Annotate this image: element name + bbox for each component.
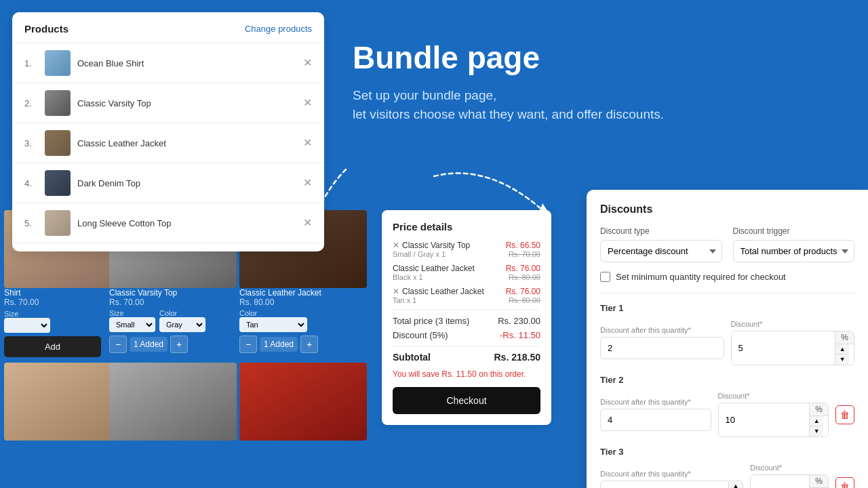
product-num-4: 4. bbox=[24, 178, 38, 188]
tier-1-disc-input[interactable] bbox=[732, 331, 835, 365]
price-item-3-original: Rs. 80.00 bbox=[506, 296, 540, 304]
tier-3-delete-btn[interactable]: 🗑 bbox=[835, 477, 854, 489]
price-discount-val: -Rs. 11.50 bbox=[500, 330, 540, 340]
checkout-button[interactable]: Checkout bbox=[393, 387, 540, 414]
tier-2-label: Tier 2 bbox=[600, 375, 854, 385]
discount-trigger-label: Discount trigger bbox=[733, 226, 855, 236]
product-item-3: 3. Classic Leather Jacket ✕ bbox=[12, 123, 324, 163]
tier-3-label: Tier 3 bbox=[600, 447, 854, 457]
jacket-qty-decrease[interactable]: − bbox=[239, 336, 257, 353]
shirt-add-button[interactable]: Add bbox=[4, 336, 101, 357]
min-qty-checkbox[interactable] bbox=[600, 272, 610, 282]
remove-item-1-btn[interactable]: ✕ bbox=[393, 241, 399, 250]
bottom-product-grid: Shirt Rs. 70.00 Size XSSML Add Classic V… bbox=[0, 210, 380, 488]
shirt-size-select[interactable]: XSSML bbox=[4, 318, 50, 333]
varsity-size-label: Size bbox=[109, 309, 155, 317]
tier-1-disc-up[interactable]: ▲ bbox=[835, 344, 849, 354]
price-item-3-current: Rs. 76.00 bbox=[506, 287, 540, 296]
tier-2-disc-label: Discount* bbox=[718, 392, 829, 400]
product-num-3: 3. bbox=[24, 138, 38, 148]
discount-type-select[interactable]: Percentage discount Fixed amount No disc… bbox=[600, 240, 722, 262]
tier-2-qty-label: Discount after this quantity* bbox=[600, 398, 711, 406]
tier-3-qty-label: Discount after this quantity* bbox=[600, 470, 743, 478]
varsity-size-select[interactable]: SmallML bbox=[109, 317, 155, 332]
price-save-message: You will save Rs. 11.50 on this order. bbox=[393, 369, 540, 379]
product-thumb-img-5 bbox=[45, 210, 71, 236]
tier-1-qty-input[interactable] bbox=[600, 337, 724, 359]
price-item-1-sub: Small / Gray x 1 bbox=[393, 250, 506, 258]
price-item-1-original: Rs. 70.00 bbox=[506, 250, 540, 258]
discount-trigger-col: Discount trigger Total number of product… bbox=[733, 226, 855, 262]
tier-2-row: Discount after this quantity* Discount* … bbox=[600, 392, 854, 437]
varsity-color-label: Color bbox=[159, 309, 205, 317]
tier-2-delete-btn[interactable]: 🗑 bbox=[835, 405, 854, 424]
jacket-name: Classic Leather Jacket bbox=[239, 288, 361, 298]
product-item-2: 2. Classic Varsity Top ✕ bbox=[12, 83, 324, 123]
product-item-1: 1. Ocean Blue Shirt ✕ bbox=[12, 43, 324, 83]
product-remove-4[interactable]: ✕ bbox=[303, 178, 312, 188]
varsity-qty-increase[interactable]: + bbox=[170, 336, 188, 353]
price-item-3-sub: Tan x 1 bbox=[393, 296, 506, 304]
price-item-2-original: Rs. 80.00 bbox=[506, 273, 540, 281]
tier-2-disc-up[interactable]: ▲ bbox=[810, 416, 823, 426]
product-num-5: 5. bbox=[24, 218, 38, 228]
min-qty-label: Set minimum quantity required for checko… bbox=[616, 272, 786, 282]
product-name-4: Dark Denim Top bbox=[77, 178, 296, 188]
product-remove-2[interactable]: ✕ bbox=[303, 98, 312, 108]
tier-1-pct-label: % bbox=[835, 331, 854, 344]
price-divider-2 bbox=[393, 346, 540, 346]
product-remove-5[interactable]: ✕ bbox=[303, 218, 312, 228]
tier-1-disc-label: Discount* bbox=[731, 320, 855, 328]
price-total-val: Rs. 230.00 bbox=[498, 316, 540, 326]
shirt-price: Rs. 70.00 bbox=[4, 298, 101, 307]
tier-2-qty-input[interactable] bbox=[600, 409, 711, 431]
varsity-name: Classic Varsity Top bbox=[109, 288, 231, 298]
product-remove-3[interactable]: ✕ bbox=[303, 138, 312, 148]
product-thumb-5 bbox=[45, 210, 71, 236]
varsity-qty-decrease[interactable]: − bbox=[109, 336, 127, 353]
product-remove-1[interactable]: ✕ bbox=[303, 58, 312, 68]
jacket-qty-increase[interactable]: + bbox=[300, 336, 318, 353]
tier-3-pct-label: % bbox=[810, 475, 828, 488]
tier-1-disc-down[interactable]: ▼ bbox=[835, 354, 849, 365]
tier-1-qty-label: Discount after this quantity* bbox=[600, 326, 724, 334]
product-name-5: Long Sleeve Cotton Top bbox=[77, 218, 296, 228]
tier-2-pct-label: % bbox=[810, 403, 828, 416]
price-item-1-current: Rs. 66.50 bbox=[506, 241, 540, 250]
product-num-2: 2. bbox=[24, 98, 38, 108]
remove-item-3-btn[interactable]: ✕ bbox=[393, 287, 399, 296]
discount-type-col: Discount type Percentage discount Fixed … bbox=[600, 226, 722, 262]
price-item-2-sub: Black x 1 bbox=[393, 273, 506, 281]
product-thumb-2 bbox=[45, 90, 71, 116]
jacket-price: Rs. 80.00 bbox=[239, 298, 361, 307]
tier-3-disc-input[interactable] bbox=[751, 475, 809, 488]
tier-3-disc-label: Discount* bbox=[750, 464, 829, 472]
shirt-size-label: Size bbox=[4, 310, 18, 318]
tier-2-disc-group: % ▲ ▼ bbox=[718, 403, 829, 437]
grid-row2-img2 bbox=[109, 363, 237, 441]
products-header: Products Change products bbox=[12, 23, 324, 43]
tier-3-qty-up[interactable]: ▲ bbox=[729, 482, 743, 489]
price-item-3-name: ✕ Classic Leather Jacket bbox=[393, 287, 506, 296]
discount-type-label: Discount type bbox=[600, 226, 722, 236]
varsity-color-select[interactable]: GrayBlackWhite bbox=[159, 317, 205, 332]
product-thumb-img-4 bbox=[45, 170, 71, 196]
price-subtotal-row: Subtotal Rs. 218.50 bbox=[393, 352, 540, 363]
discount-trigger-select[interactable]: Total number of products Total price Num… bbox=[733, 240, 855, 262]
tier-3-qty-input[interactable] bbox=[601, 481, 728, 488]
hero-subtitle: Set up your bundle page,let visitors cho… bbox=[353, 86, 664, 125]
product-name-3: Classic Leather Jacket bbox=[77, 138, 296, 148]
tier-3-qty-group: ▲ ▼ bbox=[600, 481, 743, 488]
jacket-color-select[interactable]: TanBlackBrown bbox=[239, 317, 307, 332]
tier-2-disc-down[interactable]: ▼ bbox=[810, 426, 823, 436]
product-thumb-3 bbox=[45, 130, 71, 156]
tier-2-disc-input[interactable] bbox=[719, 403, 810, 436]
products-panel: Products Change products 1. Ocean Blue S… bbox=[12, 12, 324, 251]
product-name-1: Ocean Blue Shirt bbox=[77, 58, 296, 68]
price-discount-row: Discount (5%) -Rs. 11.50 bbox=[393, 330, 540, 340]
price-subtotal-val: Rs. 218.50 bbox=[494, 352, 541, 363]
discounts-title: Discounts bbox=[600, 203, 854, 216]
change-products-link[interactable]: Change products bbox=[245, 24, 312, 34]
product-item-5: 5. Long Sleeve Cotton Top ✕ bbox=[12, 203, 324, 243]
price-details-panel: Price details ✕ Classic Varsity Top Smal… bbox=[382, 210, 551, 425]
